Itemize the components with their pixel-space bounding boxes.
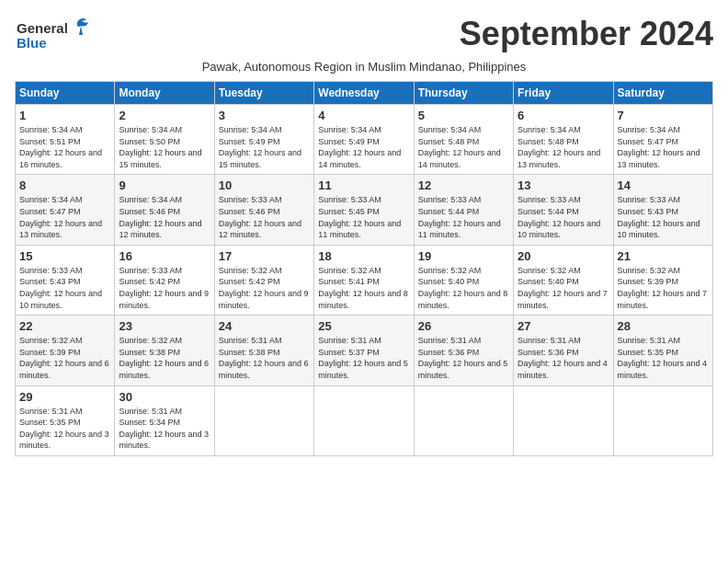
logo: General Blue [15, 15, 97, 56]
day-info: Sunrise: 5:31 AMSunset: 5:34 PMDaylight:… [119, 406, 210, 452]
day-number: 4 [318, 109, 409, 122]
day-info: Sunrise: 5:32 AMSunset: 5:38 PMDaylight:… [119, 335, 210, 381]
calendar-cell: 15Sunrise: 5:33 AMSunset: 5:43 PMDayligh… [16, 245, 115, 315]
calendar-week-row: 8Sunrise: 5:34 AMSunset: 5:47 PMDaylight… [16, 175, 713, 245]
calendar-cell: 26Sunrise: 5:31 AMSunset: 5:36 PMDayligh… [414, 316, 513, 385]
calendar-day-header: Saturday [613, 82, 712, 105]
day-number: 22 [19, 319, 110, 333]
day-info: Sunrise: 5:33 AMSunset: 5:43 PMDaylight:… [618, 194, 709, 240]
day-info: Sunrise: 5:32 AMSunset: 5:41 PMDaylight:… [318, 265, 409, 311]
calendar-cell: 30Sunrise: 5:31 AMSunset: 5:34 PMDayligh… [115, 385, 214, 455]
day-info: Sunrise: 5:31 AMSunset: 5:35 PMDaylight:… [618, 335, 709, 381]
day-number: 15 [19, 249, 110, 263]
day-info: Sunrise: 5:31 AMSunset: 5:35 PMDaylight:… [19, 406, 110, 452]
calendar-cell [214, 385, 313, 455]
calendar-week-row: 15Sunrise: 5:33 AMSunset: 5:43 PMDayligh… [16, 245, 713, 315]
calendar-cell: 28Sunrise: 5:31 AMSunset: 5:35 PMDayligh… [613, 316, 712, 385]
calendar-cell: 10Sunrise: 5:33 AMSunset: 5:46 PMDayligh… [214, 175, 313, 245]
calendar-cell: 3Sunrise: 5:34 AMSunset: 5:49 PMDaylight… [214, 105, 313, 175]
day-number: 1 [19, 109, 110, 122]
day-info: Sunrise: 5:32 AMSunset: 5:39 PMDaylight:… [19, 335, 110, 381]
calendar-header-row: SundayMondayTuesdayWednesdayThursdayFrid… [16, 82, 713, 105]
day-number: 20 [518, 249, 609, 263]
day-info: Sunrise: 5:31 AMSunset: 5:37 PMDaylight:… [318, 335, 409, 381]
day-number: 13 [518, 178, 609, 192]
calendar-cell: 18Sunrise: 5:32 AMSunset: 5:41 PMDayligh… [314, 245, 414, 315]
calendar-day-header: Tuesday [214, 82, 313, 105]
day-number: 16 [119, 249, 210, 263]
calendar-cell: 17Sunrise: 5:32 AMSunset: 5:42 PMDayligh… [214, 245, 313, 315]
calendar-day-header: Thursday [414, 82, 513, 105]
subtitle: Pawak, Autonomous Region in Muslim Minda… [15, 60, 713, 74]
day-number: 18 [318, 249, 409, 263]
day-info: Sunrise: 5:31 AMSunset: 5:38 PMDaylight:… [219, 335, 310, 381]
day-info: Sunrise: 5:32 AMSunset: 5:39 PMDaylight:… [618, 265, 709, 311]
day-info: Sunrise: 5:31 AMSunset: 5:36 PMDaylight:… [418, 335, 509, 381]
day-info: Sunrise: 5:32 AMSunset: 5:40 PMDaylight:… [418, 265, 509, 311]
svg-text:Blue: Blue [17, 35, 47, 51]
day-number: 21 [618, 249, 709, 263]
calendar-cell: 24Sunrise: 5:31 AMSunset: 5:38 PMDayligh… [214, 316, 313, 385]
calendar-cell: 2Sunrise: 5:34 AMSunset: 5:50 PMDaylight… [115, 105, 214, 175]
calendar-day-header: Monday [115, 82, 214, 105]
page-header: General Blue September 2024 [15, 15, 713, 56]
day-number: 25 [318, 319, 409, 333]
calendar-cell [414, 385, 513, 455]
day-number: 29 [19, 390, 110, 404]
day-number: 10 [219, 178, 310, 192]
day-info: Sunrise: 5:34 AMSunset: 5:48 PMDaylight:… [418, 124, 509, 170]
calendar-cell: 9Sunrise: 5:34 AMSunset: 5:46 PMDaylight… [115, 175, 214, 245]
day-info: Sunrise: 5:34 AMSunset: 5:49 PMDaylight:… [318, 124, 409, 170]
calendar-day-header: Sunday [16, 82, 115, 105]
day-number: 19 [418, 249, 509, 263]
calendar-week-row: 22Sunrise: 5:32 AMSunset: 5:39 PMDayligh… [16, 316, 713, 385]
day-info: Sunrise: 5:34 AMSunset: 5:48 PMDaylight:… [518, 124, 609, 170]
day-number: 11 [318, 178, 409, 192]
day-info: Sunrise: 5:34 AMSunset: 5:46 PMDaylight:… [119, 194, 210, 240]
calendar-cell [514, 385, 613, 455]
calendar-cell: 13Sunrise: 5:33 AMSunset: 5:44 PMDayligh… [514, 175, 613, 245]
day-number: 27 [518, 319, 609, 333]
day-number: 14 [618, 178, 709, 192]
day-info: Sunrise: 5:34 AMSunset: 5:50 PMDaylight:… [119, 124, 210, 170]
calendar-cell: 20Sunrise: 5:32 AMSunset: 5:40 PMDayligh… [514, 245, 613, 315]
calendar-cell: 11Sunrise: 5:33 AMSunset: 5:45 PMDayligh… [314, 175, 414, 245]
calendar-cell: 1Sunrise: 5:34 AMSunset: 5:51 PMDaylight… [16, 105, 115, 175]
month-title: September 2024 [460, 15, 713, 53]
calendar-cell: 7Sunrise: 5:34 AMSunset: 5:47 PMDaylight… [613, 105, 712, 175]
day-info: Sunrise: 5:31 AMSunset: 5:36 PMDaylight:… [518, 335, 609, 381]
calendar-week-row: 29Sunrise: 5:31 AMSunset: 5:35 PMDayligh… [16, 385, 713, 455]
calendar-cell: 25Sunrise: 5:31 AMSunset: 5:37 PMDayligh… [314, 316, 414, 385]
day-number: 6 [518, 109, 609, 122]
calendar-cell: 8Sunrise: 5:34 AMSunset: 5:47 PMDaylight… [16, 175, 115, 245]
calendar-cell: 12Sunrise: 5:33 AMSunset: 5:44 PMDayligh… [414, 175, 513, 245]
day-info: Sunrise: 5:34 AMSunset: 5:47 PMDaylight:… [618, 124, 709, 170]
calendar-cell: 19Sunrise: 5:32 AMSunset: 5:40 PMDayligh… [414, 245, 513, 315]
calendar-cell: 6Sunrise: 5:34 AMSunset: 5:48 PMDaylight… [514, 105, 613, 175]
day-number: 5 [418, 109, 509, 122]
day-number: 23 [119, 319, 210, 333]
svg-text:General: General [17, 20, 68, 36]
day-info: Sunrise: 5:33 AMSunset: 5:46 PMDaylight:… [219, 194, 310, 240]
day-number: 9 [119, 178, 210, 192]
day-number: 2 [119, 109, 210, 122]
calendar-cell: 29Sunrise: 5:31 AMSunset: 5:35 PMDayligh… [16, 385, 115, 455]
day-info: Sunrise: 5:34 AMSunset: 5:49 PMDaylight:… [219, 124, 310, 170]
day-number: 8 [19, 178, 110, 192]
calendar-cell: 23Sunrise: 5:32 AMSunset: 5:38 PMDayligh… [115, 316, 214, 385]
calendar-cell: 21Sunrise: 5:32 AMSunset: 5:39 PMDayligh… [613, 245, 712, 315]
day-info: Sunrise: 5:32 AMSunset: 5:42 PMDaylight:… [219, 265, 310, 311]
calendar-table: SundayMondayTuesdayWednesdayThursdayFrid… [15, 81, 713, 456]
calendar-cell [613, 385, 712, 455]
day-info: Sunrise: 5:33 AMSunset: 5:42 PMDaylight:… [119, 265, 210, 311]
day-info: Sunrise: 5:33 AMSunset: 5:43 PMDaylight:… [19, 265, 110, 311]
calendar-cell: 14Sunrise: 5:33 AMSunset: 5:43 PMDayligh… [613, 175, 712, 245]
day-number: 26 [418, 319, 509, 333]
day-number: 3 [219, 109, 310, 122]
calendar-day-header: Friday [514, 82, 613, 105]
calendar-cell: 4Sunrise: 5:34 AMSunset: 5:49 PMDaylight… [314, 105, 414, 175]
calendar-day-header: Wednesday [314, 82, 414, 105]
day-number: 28 [618, 319, 709, 333]
day-number: 17 [219, 249, 310, 263]
day-info: Sunrise: 5:34 AMSunset: 5:51 PMDaylight:… [19, 124, 110, 170]
